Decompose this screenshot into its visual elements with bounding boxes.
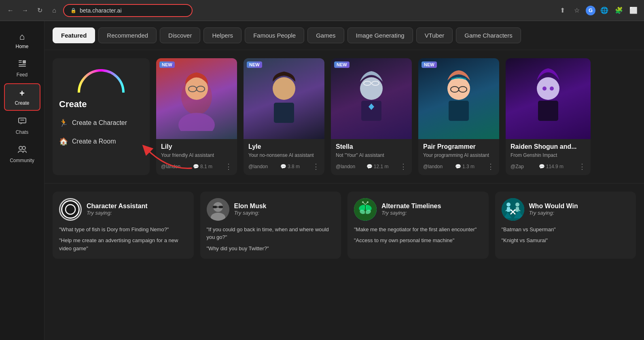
character-card-stella[interactable]: NEW Stella Not "Your" AI assistant [331,58,412,175]
tab-discover[interactable]: Discover [160,27,200,43]
lily-footer: @landon 💬 8.1 m ⋮ [161,162,232,171]
suggested-card-char-assist[interactable]: Character Assistant Try saying: "What ty… [53,192,194,259]
character-card-lyle[interactable]: NEW Lyle Your no-nonsense AI assistant @… [244,58,324,175]
create-room-option[interactable]: 🏠 Create a Room [59,135,143,148]
char-assist-avatar-inner [61,200,80,219]
pair-more-button[interactable]: ⋮ [487,162,494,171]
stella-footer: @landon 💬 12.1 m ⋮ [336,162,407,171]
lily-avatar [170,66,223,131]
lyle-card-image: NEW [244,58,324,139]
stella-card-body: Stella Not "Your" AI assistant @landon 💬… [331,139,412,175]
bookmark-button[interactable]: ☆ [571,5,583,16]
who-wins-header: Who Would Win Try saying: [502,198,630,221]
char-assist-name: Character Assistant [87,203,148,210]
svg-point-18 [273,77,295,100]
stella-more-button[interactable]: ⋮ [400,162,407,171]
home-button[interactable]: ⌂ [49,5,60,16]
community-icon [17,145,27,156]
pair-card-image: NEW [418,58,499,139]
tab-games[interactable]: Games [307,27,344,43]
create-room-label: Create a Room [72,138,116,145]
battle-icon [502,198,524,221]
svg-point-56 [515,203,519,207]
svg-point-34 [66,205,75,214]
raiden-count: 💬 114.9 m [539,164,564,169]
back-button[interactable]: ← [5,5,16,16]
lyle-desc: Your no-nonsense AI assistant [248,152,320,159]
menu-button[interactable]: ⬜ [628,5,639,16]
sidebar-item-chats-label: Chats [16,129,28,135]
lyle-footer: @landon 💬 3.8 m ⋮ [248,162,320,171]
lyle-card-body: Lyle Your no-nonsense AI assistant @land… [244,139,324,175]
tab-recommended[interactable]: Recommended [98,27,157,43]
elon-info: Elon Musk Try saying: [234,203,267,216]
globe-button[interactable]: 🌐 [599,5,610,16]
char-assist-avatar-icon [64,203,76,215]
pair-desc: Your programming AI assistant [423,152,494,159]
tab-image-gen[interactable]: Image Generating [347,27,413,43]
pair-name: Pair Programmer [423,143,494,150]
raiden-avatar [522,66,574,131]
who-wins-quote-2: "Knight vs Samurai" [502,237,630,245]
lily-more-button[interactable]: ⋮ [225,162,232,171]
extensions-button[interactable]: 🧩 [613,5,625,16]
svg-rect-19 [274,103,294,123]
elon-try: Try saying: [234,210,267,216]
sidebar-item-community[interactable]: Community [4,141,40,167]
lyle-avatar [258,66,310,131]
forward-button[interactable]: → [19,5,31,16]
sidebar-item-feed[interactable]: Feed [4,55,40,82]
svg-point-33 [550,87,554,91]
lyle-name: Lyle [248,143,320,150]
char-assist-info: Character Assistant Try saying: [87,203,148,216]
chat-icon: 💬 [193,164,199,169]
new-badge: NEW [159,61,175,68]
alternate-quote-2: "Access to my own personal time machine" [354,237,482,245]
reload-button[interactable]: ↻ [34,5,45,16]
suggested-card-alternate[interactable]: Alternate Timelines Try saying: "Make me… [347,192,489,259]
suggested-section: Character Assistant Try saying: "What ty… [44,183,644,267]
lily-count: 💬 8.1 m [193,164,212,169]
sidebar-item-home[interactable]: ⌂ Home [4,27,40,53]
chat-icon-lyle: 💬 [280,164,286,169]
tab-featured[interactable]: Featured [53,27,95,43]
lyle-more-button[interactable]: ⋮ [312,162,320,171]
room-icon: 🏠 [59,137,68,146]
share-button[interactable]: ⬆ [557,5,568,16]
tab-vtuber[interactable]: VTuber [416,27,453,43]
pair-card-body: Pair Programmer Your programming AI assi… [418,139,499,175]
raiden-more-button[interactable]: ⋮ [578,162,586,171]
google-account-icon[interactable]: G [586,6,595,15]
char-assist-header: Character Assistant Try saying: [59,198,187,221]
url-text: beta.character.ai [80,7,122,14]
create-options: 🏃 Create a Character 🏠 Create a Room [59,116,143,148]
pair-avatar [432,66,485,131]
stella-desc: Not "Your" AI assistant [336,152,407,159]
character-card-lily[interactable]: NEW Lily Y [156,58,237,175]
svg-point-9 [22,146,25,150]
character-card-pair[interactable]: NEW Pair Programmer You [418,58,499,175]
tab-game-chars[interactable]: Game Characters [456,27,521,43]
tab-helpers[interactable]: Helpers [203,27,241,43]
character-card-raiden[interactable]: Raiden Shogun and... From Genshin Impact… [506,58,591,175]
alternate-header: Alternate Timelines Try saying: [354,198,482,221]
svg-point-8 [19,146,22,150]
character-icon: 🏃 [59,118,68,127]
pair-author: @landon [423,164,443,169]
svg-point-50 [367,201,369,203]
who-wins-info: Who Would Win Try saying: [529,203,578,216]
sidebar-item-create[interactable]: + Create [4,83,40,111]
address-bar[interactable]: 🔒 beta.character.ai [63,4,193,17]
new-badge-stella: NEW [334,61,350,68]
suggested-card-elon[interactable]: Elon Musk Try saying: "If you could go b… [200,192,341,259]
create-character-option[interactable]: 🏃 Create a Character [59,116,143,130]
stella-author: @landon [336,164,355,169]
elon-quote-1: "If you could go back in time, when and … [207,226,335,241]
tab-famous[interactable]: Famous People [245,27,304,43]
svg-point-32 [542,87,547,91]
alternate-name: Alternate Timelines [381,203,441,210]
who-wins-avatar [502,198,524,221]
sidebar-item-chats[interactable]: Chats [4,112,40,139]
svg-rect-38 [213,206,217,208]
suggested-card-who-wins[interactable]: Who Would Win Try saying: "Batman vs Sup… [495,192,636,259]
